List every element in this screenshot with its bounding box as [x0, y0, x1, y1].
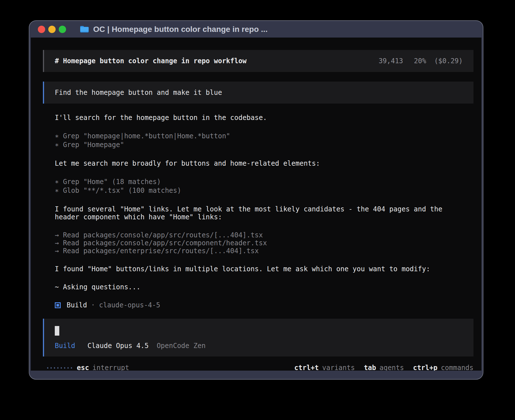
tool-call: → Read packages/enterprise/src/routes/[.… — [55, 247, 449, 255]
shortcut-variants: ctrl+t variants — [294, 364, 355, 371]
assistant-text: I'll search for the homepage button in t… — [55, 114, 449, 122]
tool-call: ∗ Glob "**/*.tsx" (100 matches) — [55, 186, 449, 195]
model-provider: OpenCode Zen — [157, 342, 206, 350]
traffic-lights — [38, 26, 66, 33]
build-agent-icon — [55, 302, 61, 308]
shortcut-agents: tab agents — [364, 364, 404, 371]
session-header: # Homepage button color change in repo w… — [43, 50, 473, 72]
user-message-text: Find the homepage button and make it blu… — [55, 89, 222, 97]
agent-model: claude-opus-4-5 — [99, 301, 160, 309]
assistant-status-text: ~ Asking questions... — [55, 283, 449, 291]
session-stats: 39,413 20% ($0.29) — [379, 57, 463, 65]
terminal-content: # Homepage button color change in repo w… — [31, 38, 481, 371]
window-title: OC | Homepage button color change in rep… — [93, 25, 268, 34]
context-percent: 20% — [414, 57, 426, 65]
agent-status-line: Build · claude-opus-4-5 — [55, 301, 473, 309]
maximize-button[interactable] — [59, 26, 66, 33]
text-cursor — [55, 326, 59, 336]
tool-call: ∗ Grep "Home" (18 matches) — [55, 178, 449, 186]
user-message: Find the homepage button and make it blu… — [43, 82, 473, 104]
minimize-button[interactable] — [48, 26, 56, 33]
esc-key-hint: esc — [77, 364, 89, 371]
window-titlebar[interactable]: OC | Homepage button color change in rep… — [29, 21, 483, 38]
esc-key-label: interrupt — [92, 364, 129, 371]
prompt-input[interactable]: Build Claude Opus 4.5 OpenCode Zen — [43, 319, 473, 356]
folder-icon — [80, 25, 89, 33]
close-button[interactable] — [38, 26, 45, 33]
tool-call: → Read packages/console/app/src/routes/[… — [55, 231, 449, 239]
session-title: # Homepage button color change in repo w… — [55, 57, 246, 65]
session-cost: ($0.29) — [434, 57, 463, 65]
assistant-text: Let me search more broadly for buttons a… — [55, 159, 449, 167]
agent-mode-label: Build — [55, 342, 75, 350]
assistant-text: I found several "Home" links. Let me loo… — [55, 205, 449, 221]
tool-call-group: → Read packages/console/app/src/routes/[… — [55, 231, 449, 255]
status-bar: esc interrupt ctrl+t variants tab agents… — [43, 364, 473, 371]
tool-call: ∗ Grep "homepage|home.*button|Home.*butt… — [55, 132, 449, 141]
tool-call-group: ∗ Grep "homepage|home.*button|Home.*butt… — [55, 132, 449, 149]
tool-call-group: ∗ Grep "Home" (18 matches) ∗ Glob "**/*.… — [55, 178, 449, 195]
agent-name: Build — [67, 301, 87, 309]
tool-call: → Read packages/console/app/src/componen… — [55, 239, 449, 247]
assistant-text: I found "Home" buttons/links in multiple… — [55, 265, 449, 273]
tool-call: ∗ Grep "Homepage" — [55, 141, 449, 149]
spinner-dots — [47, 367, 72, 369]
shortcut-commands: ctrl+p commands — [413, 364, 473, 371]
token-count: 39,413 — [379, 57, 403, 65]
model-name: Claude Opus 4.5 — [88, 342, 149, 350]
terminal-window: OC | Homepage button color change in rep… — [29, 20, 483, 380]
model-row: Build Claude Opus 4.5 OpenCode Zen — [55, 342, 463, 350]
agent-separator: · — [91, 301, 95, 309]
window-bottom-edge — [29, 371, 483, 379]
shortcut-hints: ctrl+t variants tab agents ctrl+p comman… — [294, 364, 473, 371]
